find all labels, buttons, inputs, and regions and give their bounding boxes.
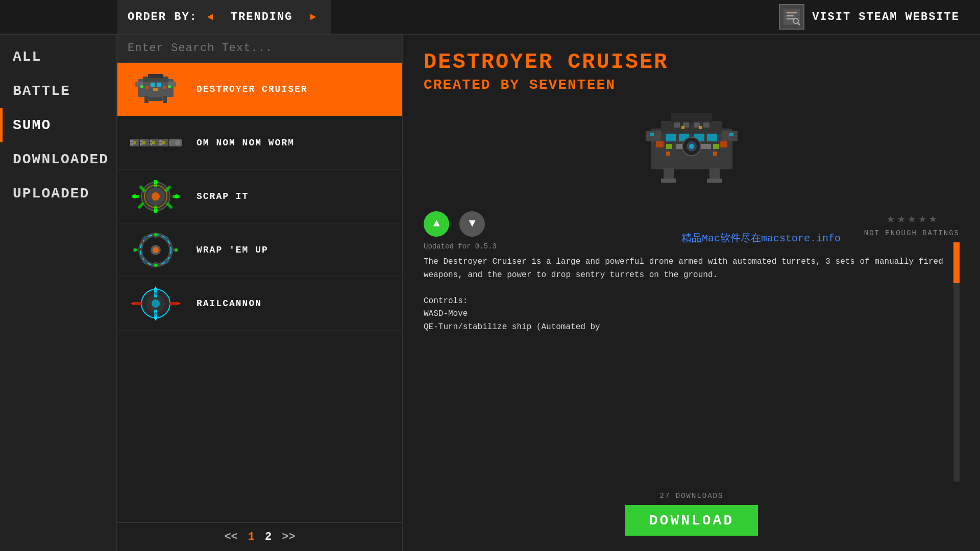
sidebar-item-downloaded[interactable]: DOWNLOADED	[0, 142, 116, 177]
svg-point-69	[175, 248, 178, 252]
svg-rect-40	[152, 141, 155, 144]
svg-rect-35	[159, 143, 162, 145]
svg-rect-22	[144, 96, 149, 103]
sidebar-item-battle[interactable]: BATTLE	[0, 74, 116, 108]
svg-point-86	[154, 312, 157, 315]
star-rating: ★ ★ ★ ★ ★	[887, 210, 937, 227]
svg-rect-107	[674, 122, 680, 128]
center-list: DESTROYER CRUISER	[117, 35, 403, 551]
detail-ship-image	[615, 103, 768, 195]
svg-rect-91	[671, 113, 712, 123]
page-1-button[interactable]: 1	[248, 531, 255, 543]
svg-rect-29	[140, 143, 142, 145]
page-2-button[interactable]: 2	[265, 531, 272, 543]
main-layout: ALL BATTLE SUMO DOWNLOADED UPLOADED	[0, 35, 980, 551]
svg-rect-28	[140, 140, 142, 142]
detail-ship-svg	[615, 103, 768, 195]
svg-rect-41	[162, 141, 165, 144]
list-item-name: RAILCANNON	[197, 298, 262, 309]
list-item[interactable]: SCRAP IT	[117, 170, 402, 223]
svg-point-21	[168, 85, 171, 88]
steam-icon	[779, 4, 804, 30]
svg-point-67	[154, 264, 157, 267]
list-item-name: DESTROYER CRUISER	[197, 84, 308, 94]
order-by-label: ORDER BY:	[128, 11, 198, 23]
list-item[interactable]: WRAP 'EM UP	[117, 223, 402, 277]
list-items: DESTROYER CRUISER	[117, 63, 402, 522]
scrollbar-track[interactable]	[953, 242, 960, 482]
svg-rect-32	[150, 143, 152, 145]
order-by-section: ORDER BY: ◄ TRENDING ►	[117, 0, 331, 34]
svg-point-55	[133, 194, 137, 198]
star-1: ★	[887, 210, 895, 227]
detail-title: DESTROYER CRUISER	[424, 50, 960, 74]
upvote-button[interactable]: ▲	[424, 211, 449, 237]
sidebar-item-all[interactable]: ALL	[0, 40, 116, 74]
item-thumbnail	[125, 176, 186, 217]
prev-order-button[interactable]: ◄	[203, 9, 218, 24]
svg-rect-34	[159, 140, 162, 142]
list-item[interactable]: OM NOM NOM WORM	[117, 116, 402, 170]
svg-rect-16	[157, 83, 161, 87]
svg-point-53	[154, 180, 158, 184]
item-thumbnail	[125, 230, 186, 270]
list-item-name: OM NOM NOM WORM	[197, 138, 295, 148]
svg-point-20	[140, 85, 143, 88]
search-bar	[117, 35, 402, 63]
svg-rect-117	[681, 126, 684, 129]
list-item-name: WRAP 'EM UP	[197, 245, 268, 255]
detail-image-area	[424, 103, 960, 195]
vote-section: ▲ ▼ ★ ★ ★ ★ ★ NOT ENOUGH RATINGS	[424, 210, 960, 237]
star-4: ★	[918, 210, 926, 227]
svg-point-88	[172, 302, 175, 305]
list-item[interactable]: RAILCANNON	[117, 277, 402, 331]
download-button[interactable]: DOWNLOAD	[625, 505, 758, 536]
svg-rect-123	[650, 133, 654, 136]
svg-point-85	[154, 292, 157, 295]
svg-point-61	[153, 247, 159, 253]
next-order-button[interactable]: ►	[305, 9, 321, 24]
top-bar: ORDER BY: ◄ TRENDING ► VISIT STEAM WEBSI…	[0, 0, 980, 35]
svg-rect-26	[130, 143, 133, 145]
star-3: ★	[908, 210, 916, 227]
svg-rect-31	[150, 140, 152, 142]
svg-point-87	[136, 302, 139, 305]
steam-icon-svg	[782, 8, 801, 26]
list-item-name: SCRAP IT	[197, 191, 249, 202]
svg-rect-114	[707, 179, 722, 183]
item-thumbnail	[125, 283, 186, 324]
description-scroll: Updated for 0.5.3 The Destroyer Cruiser …	[424, 242, 960, 482]
svg-rect-18	[163, 86, 166, 89]
downvote-button[interactable]: ▼	[459, 211, 485, 237]
svg-rect-115	[666, 152, 670, 156]
svg-rect-97	[707, 134, 717, 141]
visit-steam-button[interactable]: VISIT STEAM WEBSITE	[779, 4, 960, 30]
svg-rect-23	[163, 96, 167, 103]
svg-rect-25	[130, 140, 133, 142]
svg-point-76	[152, 299, 160, 308]
rating-label: NOT ENOUGH RATINGS	[864, 229, 960, 237]
svg-rect-9	[148, 74, 163, 78]
svg-rect-100	[666, 144, 672, 149]
stars-section: ★ ★ ★ ★ ★ NOT ENOUGH RATINGS	[864, 210, 960, 237]
sidebar-item-uploaded[interactable]: UPLOADED	[0, 177, 116, 211]
list-item[interactable]: DESTROYER CRUISER	[117, 63, 402, 116]
svg-rect-15	[151, 83, 155, 87]
first-page-button[interactable]: <<	[224, 531, 237, 543]
download-count: 27 DOWNLOADS	[660, 492, 724, 500]
svg-rect-17	[145, 86, 149, 89]
svg-point-37	[175, 140, 180, 145]
description-area: Updated for 0.5.3 The Destroyer Cruiser …	[424, 242, 960, 482]
sidebar-item-sumo[interactable]: SUMO	[0, 108, 116, 142]
visit-steam-text: VISIT STEAM WEBSITE	[812, 11, 960, 23]
railcannon-thumbnail-svg	[128, 283, 184, 324]
svg-rect-110	[703, 122, 709, 128]
version-badge: Updated for 0.5.3	[424, 242, 949, 251]
worm-thumbnail-svg	[128, 125, 184, 161]
detail-panel: DESTROYER CRUISER CREATED BY SEVENTEEN	[403, 35, 980, 551]
wrapem-thumbnail-svg	[128, 230, 184, 270]
svg-rect-103	[713, 144, 719, 149]
last-page-button[interactable]: >>	[282, 531, 295, 543]
svg-rect-99	[720, 141, 727, 147]
search-input[interactable]	[128, 42, 392, 55]
